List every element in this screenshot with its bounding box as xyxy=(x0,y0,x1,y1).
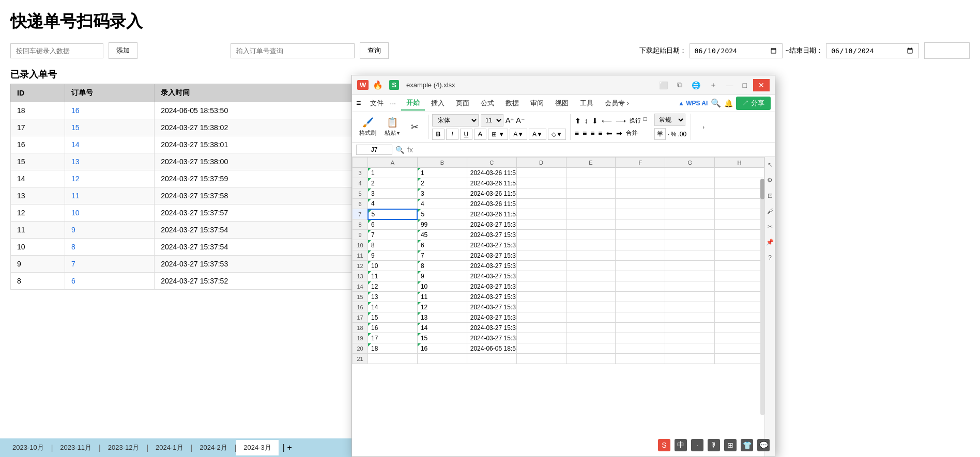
cell-b-12[interactable]: 8 xyxy=(417,261,467,271)
cell-d-17[interactable] xyxy=(516,312,566,323)
cell-a-6[interactable]: 4 xyxy=(368,199,418,209)
cell-h-5[interactable] xyxy=(715,188,764,199)
menu-insert[interactable]: 插入 xyxy=(426,97,450,110)
status-icon-dot[interactable]: · xyxy=(691,439,703,451)
cell-e-4[interactable] xyxy=(566,178,616,188)
menu-more-icon[interactable]: ··· xyxy=(390,99,396,107)
cell-h-8[interactable] xyxy=(715,219,764,230)
cell-f-19[interactable] xyxy=(616,333,665,343)
cell-a-19[interactable]: 17 xyxy=(368,333,418,343)
align-top-button[interactable]: ⬆ xyxy=(574,116,582,126)
cell-a-3[interactable]: 1 xyxy=(368,168,418,178)
cell-g-12[interactable] xyxy=(665,261,715,271)
cell-d-3[interactable] xyxy=(516,168,566,178)
font-increase-button[interactable]: A⁺ xyxy=(506,116,514,124)
add-button[interactable]: 添加 xyxy=(109,42,137,59)
query-button[interactable]: 查询 xyxy=(360,42,389,59)
cell-e-3[interactable] xyxy=(566,168,616,178)
cell-b-20[interactable]: 16 xyxy=(417,343,467,354)
increase-indent-button[interactable]: ➡ xyxy=(615,128,623,138)
scrollbar-vertical[interactable] xyxy=(760,179,764,415)
decimal-button[interactable]: .00 xyxy=(678,131,686,138)
cell-h-13[interactable] xyxy=(715,271,764,281)
cut-button[interactable]: ✂ xyxy=(406,119,424,135)
cell-e-19[interactable] xyxy=(566,333,616,343)
format-painter-button[interactable]: 🖌️ 格式刷 xyxy=(356,115,379,139)
cell-e-18[interactable] xyxy=(566,323,616,333)
cell-f-10[interactable] xyxy=(616,240,665,250)
number-format-select[interactable]: 常规 xyxy=(654,114,685,126)
cell-d-8[interactable] xyxy=(516,219,566,230)
bell-icon[interactable]: 🔔 xyxy=(724,99,733,107)
cell-g-10[interactable] xyxy=(665,240,715,250)
cell-f-16[interactable] xyxy=(616,302,665,312)
menu-vip[interactable]: 会员专 › xyxy=(600,97,634,110)
cell-f-7[interactable] xyxy=(616,209,665,219)
menu-hamburger-icon[interactable]: ≡ xyxy=(356,99,361,108)
cell-b-5[interactable]: 3 xyxy=(417,188,467,199)
cell-a-16[interactable]: 14 xyxy=(368,302,418,312)
cell-f-6[interactable] xyxy=(616,199,665,209)
cell-c-8[interactable]: 2024-03-27 15:37:41 xyxy=(467,219,516,230)
cell-d-19[interactable] xyxy=(516,333,566,343)
status-icon-s[interactable]: S xyxy=(658,439,670,451)
cell-b-15[interactable]: 11 xyxy=(417,292,467,302)
align-justify-button[interactable]: ≡ xyxy=(597,128,603,138)
strikethrough-button[interactable]: A̶ xyxy=(474,129,486,140)
cell-a-11[interactable]: 9 xyxy=(368,250,418,261)
cell-a-21[interactable] xyxy=(368,354,418,364)
tab-item-2024-1月[interactable]: 2024-1月 xyxy=(148,440,190,455)
cell-c-5[interactable]: 2024-03-26 11:53:41 xyxy=(467,188,516,199)
cell-e-16[interactable] xyxy=(566,302,616,312)
tab-item-2023-10月[interactable]: 2023-10月 xyxy=(5,440,51,455)
cell-b-3[interactable]: 1 xyxy=(417,168,467,178)
menu-start[interactable]: 开始 xyxy=(401,96,425,111)
cell-e-8[interactable] xyxy=(566,219,616,230)
cell-c-20[interactable]: 2024-06-05 18:53:50 xyxy=(467,343,516,354)
cell-d-20[interactable] xyxy=(516,343,566,354)
wps-ai-button[interactable]: ▲ WPS AI xyxy=(678,100,708,107)
comma-button[interactable]: · xyxy=(667,131,669,138)
cell-a-15[interactable]: 13 xyxy=(368,292,418,302)
globe-icon[interactable]: 🌐 xyxy=(688,80,703,90)
cell-e-11[interactable] xyxy=(566,250,616,261)
cell-h-20[interactable] xyxy=(715,343,764,354)
indent-left-button[interactable]: ⟵ xyxy=(601,116,613,126)
ribbon-more-button[interactable]: › xyxy=(694,122,713,132)
cell-d-9[interactable] xyxy=(516,230,566,240)
cell-c-7[interactable]: 2024-03-26 11:53:41 xyxy=(467,209,516,219)
cell-b-18[interactable]: 14 xyxy=(417,323,467,333)
minimize-icon[interactable]: — xyxy=(723,80,737,90)
cell-d-18[interactable] xyxy=(516,323,566,333)
cell-f-18[interactable] xyxy=(616,323,665,333)
cell-d-4[interactable] xyxy=(516,178,566,188)
cell-c-4[interactable]: 2024-03-26 11:53:40 xyxy=(467,178,516,188)
cell-h-18[interactable] xyxy=(715,323,764,333)
date-start-input[interactable] xyxy=(690,43,783,58)
cell-d-16[interactable] xyxy=(516,302,566,312)
close-icon[interactable]: ✕ xyxy=(753,79,770,91)
cell-b-8[interactable]: 99 xyxy=(417,219,467,230)
border-button[interactable]: ⊞ ▼ xyxy=(488,129,508,140)
align-bottom-button[interactable]: ⬇ xyxy=(591,116,599,126)
search-icon[interactable]: 🔍 xyxy=(711,98,721,108)
cell-g-14[interactable] xyxy=(665,281,715,292)
cell-c-13[interactable]: 2024-03-27 15:37:54 xyxy=(467,271,516,281)
cell-f-11[interactable] xyxy=(616,250,665,261)
cell-g-19[interactable] xyxy=(665,333,715,343)
cell-b-16[interactable]: 12 xyxy=(417,302,467,312)
cell-f-8[interactable] xyxy=(616,219,665,230)
cell-e-6[interactable] xyxy=(566,199,616,209)
cell-e-21[interactable] xyxy=(566,354,616,364)
cell-b-4[interactable]: 2 xyxy=(417,178,467,188)
cell-g-8[interactable] xyxy=(665,219,715,230)
cell-a-9[interactable]: 7 xyxy=(368,230,418,240)
right-panel-help-icon[interactable]: ? xyxy=(767,252,773,263)
cell-a-20[interactable]: 18 xyxy=(368,343,418,354)
underline-button[interactable]: U xyxy=(460,129,472,140)
menu-formula[interactable]: 公式 xyxy=(476,97,499,110)
tab-item-2023-12月[interactable]: 2023-12月 xyxy=(101,440,147,455)
cell-reference-input[interactable] xyxy=(356,145,392,155)
cell-h-10[interactable] xyxy=(715,240,764,250)
cell-a-4[interactable]: 2 xyxy=(368,178,418,188)
